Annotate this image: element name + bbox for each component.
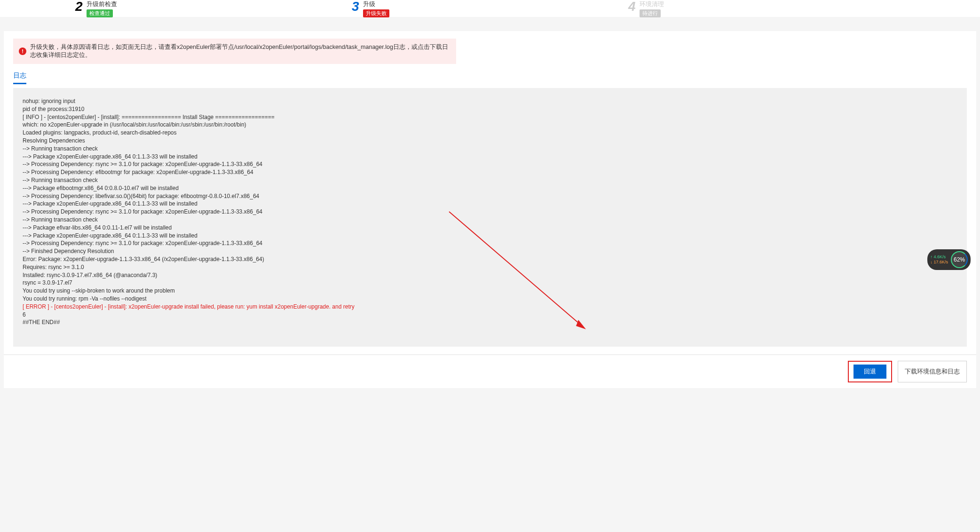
log-line: --> Running transaction check	[23, 145, 957, 153]
log-line: ---> Package efibootmgr.x86_64 0:0.8.0-1…	[23, 184, 957, 192]
net-upload: ↑ 4.6K/s	[930, 254, 948, 260]
footer-actions: 回退 下载环境信息和日志	[4, 354, 976, 388]
log-line: 6	[23, 311, 957, 319]
log-line: rsync = 3.0.9-17.el7	[23, 279, 957, 287]
log-line: Installed: rsync-3.0.9-17.el7.x86_64 (@a…	[23, 271, 957, 279]
cpu-percent: 62%	[951, 251, 968, 268]
log-error-line: [ ERROR ] - [centos2openEuler] - [instal…	[23, 303, 957, 311]
log-line: pid of the process:31910	[23, 105, 957, 113]
log-line: nohup: ignoring input	[23, 97, 957, 105]
step-4: 4 环境清理 待进行	[628, 0, 905, 17]
step-title: 升级前检查	[87, 0, 117, 8]
log-panel[interactable]: nohup: ignoring inputpid of the process:…	[13, 88, 967, 347]
log-line: ---> Package efivar-libs.x86_64 0:0.11-1…	[23, 224, 957, 232]
step-3: 3 升级 升级失败	[352, 0, 628, 17]
log-line: --> Running transaction check	[23, 216, 957, 224]
log-line: Error: Package: x2openEuler-upgrade-1.1.…	[23, 255, 957, 263]
log-line: Requires: rsync >= 3.1.0	[23, 263, 957, 271]
main-content: ! 升级失败，具体原因请看日志，如页面无日志，请查看x2openEuler部署节…	[4, 31, 976, 354]
step-2: 2 升级前检查 检查通过	[75, 0, 352, 17]
step-badge: 待进行	[640, 9, 661, 17]
tab-bar: 日志	[13, 71, 967, 84]
log-line: --> Running transaction check	[23, 176, 957, 184]
network-widget[interactable]: ↑ 4.6K/s ↓ 17.6K/s 62%	[927, 249, 971, 270]
log-line: --> Processing Dependency: libefivar.so.…	[23, 192, 957, 200]
log-line: You could try using --skip-broken to wor…	[23, 287, 957, 295]
highlight-annotation: 回退	[848, 361, 892, 382]
alert-message: 升级失败，具体原因请看日志，如页面无日志，请查看x2openEuler部署节点/…	[30, 43, 450, 59]
log-line: --> Processing Dependency: efibootmgr fo…	[23, 168, 957, 176]
step-badge: 检查通过	[87, 9, 113, 17]
log-line: --> Processing Dependency: rsync >= 3.1.…	[23, 239, 957, 247]
log-line: which: no x2openEuler-upgrade in (/usr/l…	[23, 121, 957, 129]
steps-header: 2 升级前检查 检查通过 3 升级 升级失败 4 环境清理 待进行	[0, 0, 980, 17]
log-line: --> Processing Dependency: rsync >= 3.1.…	[23, 208, 957, 216]
log-line: [ INFO ] - [centos2openEuler] - [install…	[23, 113, 957, 121]
log-line: You could try running: rpm -Va --nofiles…	[23, 295, 957, 303]
log-line: --> Finished Dependency Resolution	[23, 247, 957, 255]
net-download: ↓ 17.6K/s	[930, 260, 948, 265]
rollback-button[interactable]: 回退	[854, 365, 886, 379]
download-logs-button[interactable]: 下载环境信息和日志	[898, 361, 967, 382]
error-alert: ! 升级失败，具体原因请看日志，如页面无日志，请查看x2openEuler部署节…	[13, 39, 456, 64]
step-number: 4	[628, 0, 636, 13]
log-line: Loaded plugins: langpacks, product-id, s…	[23, 129, 957, 137]
step-title: 升级	[363, 0, 389, 8]
log-line: --> Processing Dependency: rsync >= 3.1.…	[23, 160, 957, 168]
step-badge: 升级失败	[363, 9, 389, 17]
log-line: ---> Package x2openEuler-upgrade.x86_64 …	[23, 232, 957, 240]
log-line: ##THE END##	[23, 318, 957, 326]
alert-error-icon: !	[19, 48, 26, 55]
step-title: 环境清理	[640, 0, 664, 8]
step-number: 3	[352, 0, 359, 13]
log-line: ---> Package x2openEuler-upgrade.x86_64 …	[23, 153, 957, 161]
step-number: 2	[75, 0, 83, 13]
log-line: ---> Package x2openEuler-upgrade.x86_64 …	[23, 200, 957, 208]
log-line: Resolving Dependencies	[23, 137, 957, 145]
tab-logs[interactable]: 日志	[13, 71, 26, 84]
